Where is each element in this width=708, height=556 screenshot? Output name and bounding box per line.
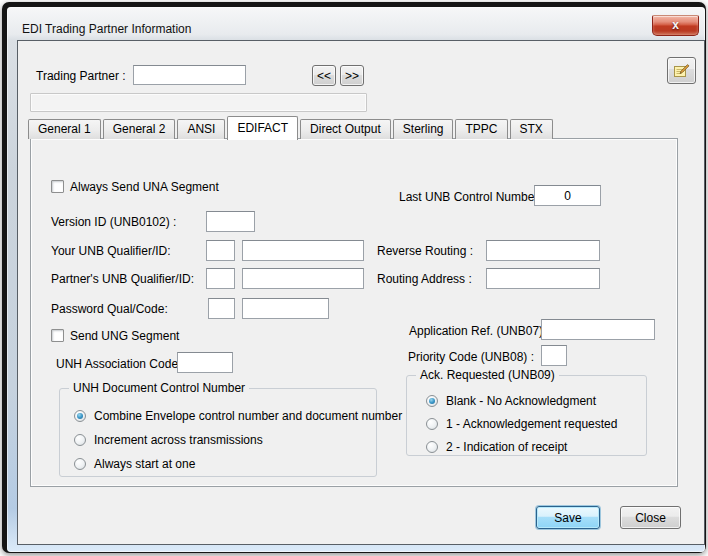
radio-combine-envelope[interactable] bbox=[74, 410, 86, 422]
ack-requested-title: Ack. Requested (UNB09) bbox=[416, 368, 559, 382]
window-title: EDI Trading Partner Information bbox=[22, 22, 191, 36]
close-button[interactable]: x bbox=[652, 15, 699, 36]
window-frame: EDI Trading Partner Information x Tradin… bbox=[7, 7, 705, 552]
radio-always-start-label[interactable]: Always start at one bbox=[94, 458, 195, 471]
radio-ack-requested-label[interactable]: 1 - Acknowledgement requested bbox=[446, 418, 617, 431]
tab-sterling[interactable]: Sterling bbox=[393, 119, 454, 139]
always-send-una-checkbox[interactable] bbox=[51, 180, 64, 193]
partner-unb-qualifier-input[interactable] bbox=[206, 268, 235, 289]
radio-combine-envelope-label[interactable]: Combine Envelope control number and docu… bbox=[94, 410, 402, 423]
password-code-input[interactable] bbox=[242, 298, 329, 319]
partner-name-field bbox=[30, 93, 367, 112]
password-qual-label: Password Qual/Code: bbox=[51, 302, 168, 316]
radio-always-start[interactable] bbox=[74, 458, 86, 470]
close-icon: x bbox=[653, 16, 698, 35]
save-button[interactable]: Save bbox=[536, 506, 600, 529]
edit-partner-button[interactable] bbox=[667, 57, 696, 84]
reverse-routing-input[interactable] bbox=[486, 240, 600, 261]
trading-partner-input[interactable] bbox=[133, 65, 246, 85]
priority-code-input[interactable] bbox=[541, 345, 567, 366]
routing-address-input[interactable] bbox=[486, 268, 600, 289]
reverse-routing-label: Reverse Routing : bbox=[377, 244, 473, 258]
unh-document-control-title: UNH Document Control Number bbox=[69, 381, 249, 395]
last-unb-label: Last UNB Control Number: bbox=[399, 190, 542, 204]
tab-general-1[interactable]: General 1 bbox=[28, 119, 101, 139]
radio-blank-no-ack[interactable] bbox=[426, 395, 438, 407]
radio-ack-requested[interactable] bbox=[426, 418, 438, 430]
tab-direct-output[interactable]: Direct Output bbox=[300, 119, 391, 139]
radio-indication-receipt-label[interactable]: 2 - Indication of receipt bbox=[446, 441, 567, 454]
send-ung-checkbox[interactable] bbox=[51, 329, 64, 342]
send-ung-label: Send UNG Segment bbox=[70, 329, 179, 343]
unh-association-input[interactable] bbox=[177, 352, 233, 373]
unh-document-control-group: UNH Document Control Number Combine Enve… bbox=[59, 388, 377, 477]
tab-tppc[interactable]: TPPC bbox=[455, 119, 507, 139]
radio-blank-no-ack-label[interactable]: Blank - No Acknowledgment bbox=[446, 395, 596, 408]
radio-increment-across-label[interactable]: Increment across transmissions bbox=[94, 434, 263, 447]
your-unb-qualifier-input[interactable] bbox=[206, 240, 235, 261]
partner-unb-id-input[interactable] bbox=[242, 268, 364, 289]
next-partner-button[interactable]: >> bbox=[340, 65, 364, 86]
ack-requested-group: Ack. Requested (UNB09) Blank - No Acknow… bbox=[406, 375, 647, 456]
dialog-client-area: Trading Partner : << >> General 1 Genera… bbox=[17, 40, 705, 545]
trading-partner-label: Trading Partner : bbox=[36, 69, 126, 83]
radio-indication-receipt[interactable] bbox=[426, 441, 438, 453]
tab-general-2[interactable]: General 2 bbox=[103, 119, 176, 139]
unh-association-label: UNH Association Code : bbox=[56, 357, 185, 371]
your-unb-id-input[interactable] bbox=[242, 240, 364, 261]
last-unb-input[interactable] bbox=[534, 185, 601, 206]
priority-code-label: Priority Code (UNB08) : bbox=[408, 350, 534, 364]
partner-unb-label: Partner's UNB Qualifier/ID: bbox=[51, 272, 194, 286]
edit-note-icon bbox=[673, 69, 690, 83]
prev-partner-button[interactable]: << bbox=[312, 65, 336, 86]
dialog-window: EDI Trading Partner Information x Tradin… bbox=[2, 2, 706, 553]
close-button-footer[interactable]: Close bbox=[620, 506, 681, 529]
tab-stx[interactable]: STX bbox=[510, 119, 553, 139]
application-ref-input[interactable] bbox=[541, 319, 655, 340]
application-ref-label: Application Ref. (UNB07) : bbox=[409, 324, 550, 338]
routing-address-label: Routing Address : bbox=[377, 272, 472, 286]
version-id-input[interactable] bbox=[206, 211, 255, 232]
tab-edifact[interactable]: EDIFACT bbox=[227, 116, 298, 140]
tab-strip: General 1 General 2 ANSI EDIFACT Direct … bbox=[28, 116, 555, 139]
edifact-tab-panel: Always Send UNA Segment Version ID (UNB0… bbox=[30, 138, 678, 487]
radio-increment-across[interactable] bbox=[74, 434, 86, 446]
always-send-una-label: Always Send UNA Segment bbox=[70, 180, 219, 194]
tab-ansi[interactable]: ANSI bbox=[177, 119, 225, 139]
your-unb-label: Your UNB Qualifier/ID: bbox=[51, 244, 171, 258]
password-qual-input[interactable] bbox=[208, 298, 235, 319]
title-bar[interactable]: EDI Trading Partner Information x bbox=[14, 15, 704, 41]
version-id-label: Version ID (UNB0102) : bbox=[51, 215, 176, 229]
